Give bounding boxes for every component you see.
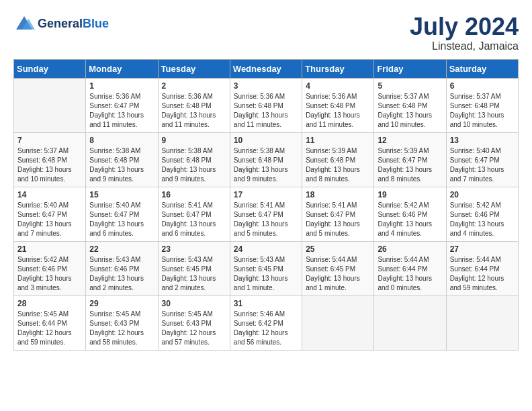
day-info: Sunrise: 5:44 AM Sunset: 6:44 PM Dayligh…	[378, 255, 442, 293]
calendar-cell: 12Sunrise: 5:39 AM Sunset: 6:47 PM Dayli…	[374, 132, 446, 187]
col-header-saturday: Saturday	[446, 59, 518, 78]
day-number: 13	[450, 136, 515, 145]
day-number: 4	[306, 81, 370, 91]
calendar-cell: 6Sunrise: 5:37 AM Sunset: 6:48 PM Daylig…	[446, 78, 518, 132]
day-info: Sunrise: 5:36 AM Sunset: 6:48 PM Dayligh…	[162, 92, 226, 130]
day-number: 6	[450, 81, 515, 91]
day-info: Sunrise: 5:41 AM Sunset: 6:47 PM Dayligh…	[306, 201, 370, 238]
day-info: Sunrise: 5:45 AM Sunset: 6:44 PM Dayligh…	[17, 310, 82, 347]
week-row-2: 7Sunrise: 5:37 AM Sunset: 6:48 PM Daylig…	[14, 132, 519, 187]
col-header-tuesday: Tuesday	[158, 59, 230, 78]
day-info: Sunrise: 5:43 AM Sunset: 6:45 PM Dayligh…	[162, 255, 226, 293]
week-row-4: 21Sunrise: 5:42 AM Sunset: 6:46 PM Dayli…	[14, 241, 519, 295]
location: Linstead, Jamaica	[410, 40, 519, 52]
calendar-cell: 14Sunrise: 5:40 AM Sunset: 6:47 PM Dayli…	[14, 187, 86, 241]
day-number: 11	[306, 136, 370, 145]
day-number: 14	[17, 190, 82, 199]
calendar-cell: 25Sunrise: 5:44 AM Sunset: 6:45 PM Dayli…	[302, 241, 374, 295]
calendar-cell	[14, 78, 86, 132]
day-number: 31	[234, 299, 298, 308]
col-header-sunday: Sunday	[14, 59, 86, 78]
calendar-cell: 17Sunrise: 5:41 AM Sunset: 6:47 PM Dayli…	[230, 187, 302, 241]
day-info: Sunrise: 5:39 AM Sunset: 6:47 PM Dayligh…	[378, 146, 442, 184]
day-number: 28	[17, 299, 82, 308]
calendar-cell: 3Sunrise: 5:36 AM Sunset: 6:48 PM Daylig…	[230, 78, 302, 132]
day-info: Sunrise: 5:36 AM Sunset: 6:48 PM Dayligh…	[234, 92, 298, 130]
calendar-table: SundayMondayTuesdayWednesdayThursdayFrid…	[13, 59, 519, 351]
day-info: Sunrise: 5:46 AM Sunset: 6:42 PM Dayligh…	[234, 310, 298, 347]
calendar-cell: 21Sunrise: 5:42 AM Sunset: 6:46 PM Dayli…	[14, 241, 86, 295]
calendar-cell: 26Sunrise: 5:44 AM Sunset: 6:44 PM Dayli…	[374, 241, 446, 295]
day-number: 25	[306, 244, 370, 254]
calendar-cell: 24Sunrise: 5:43 AM Sunset: 6:45 PM Dayli…	[230, 241, 302, 295]
week-row-5: 28Sunrise: 5:45 AM Sunset: 6:44 PM Dayli…	[14, 295, 519, 350]
day-info: Sunrise: 5:39 AM Sunset: 6:48 PM Dayligh…	[306, 146, 370, 184]
calendar-cell: 11Sunrise: 5:39 AM Sunset: 6:48 PM Dayli…	[302, 132, 374, 187]
day-number: 21	[17, 244, 82, 254]
day-info: Sunrise: 5:45 AM Sunset: 6:43 PM Dayligh…	[89, 310, 154, 347]
calendar-cell: 19Sunrise: 5:42 AM Sunset: 6:46 PM Dayli…	[374, 187, 446, 241]
calendar-cell: 23Sunrise: 5:43 AM Sunset: 6:45 PM Dayli…	[158, 241, 230, 295]
day-number: 17	[234, 190, 298, 199]
calendar-cell: 29Sunrise: 5:45 AM Sunset: 6:43 PM Dayli…	[86, 295, 158, 350]
day-info: Sunrise: 5:44 AM Sunset: 6:45 PM Dayligh…	[306, 255, 370, 293]
day-number: 18	[306, 190, 370, 199]
col-header-friday: Friday	[374, 59, 446, 78]
day-info: Sunrise: 5:45 AM Sunset: 6:43 PM Dayligh…	[162, 310, 226, 347]
page-header: GeneralBlue July 2024 Linstead, Jamaica	[13, 13, 519, 52]
day-number: 23	[162, 244, 226, 254]
col-header-wednesday: Wednesday	[230, 59, 302, 78]
day-number: 20	[450, 190, 515, 199]
logo-icon	[13, 13, 35, 35]
day-number: 9	[162, 136, 226, 145]
calendar-cell: 22Sunrise: 5:43 AM Sunset: 6:46 PM Dayli…	[86, 241, 158, 295]
calendar-cell	[374, 295, 446, 350]
calendar-cell: 28Sunrise: 5:45 AM Sunset: 6:44 PM Dayli…	[14, 295, 86, 350]
day-info: Sunrise: 5:38 AM Sunset: 6:48 PM Dayligh…	[89, 146, 154, 184]
day-number: 10	[234, 136, 298, 145]
day-number: 30	[162, 299, 226, 308]
logo-text-general: GeneralBlue	[38, 17, 109, 31]
calendar-cell: 27Sunrise: 5:44 AM Sunset: 6:44 PM Dayli…	[446, 241, 518, 295]
calendar-cell: 10Sunrise: 5:38 AM Sunset: 6:48 PM Dayli…	[230, 132, 302, 187]
title-block: July 2024 Linstead, Jamaica	[410, 13, 519, 52]
day-info: Sunrise: 5:41 AM Sunset: 6:47 PM Dayligh…	[234, 201, 298, 238]
logo: GeneralBlue	[13, 13, 109, 35]
week-row-1: 1Sunrise: 5:36 AM Sunset: 6:47 PM Daylig…	[14, 78, 519, 132]
day-info: Sunrise: 5:42 AM Sunset: 6:46 PM Dayligh…	[17, 255, 82, 293]
day-number: 22	[89, 244, 154, 254]
day-info: Sunrise: 5:38 AM Sunset: 6:48 PM Dayligh…	[234, 146, 298, 184]
calendar-cell: 5Sunrise: 5:37 AM Sunset: 6:48 PM Daylig…	[374, 78, 446, 132]
day-number: 2	[162, 81, 226, 91]
day-number: 12	[378, 136, 442, 145]
day-number: 19	[378, 190, 442, 199]
calendar-cell: 8Sunrise: 5:38 AM Sunset: 6:48 PM Daylig…	[86, 132, 158, 187]
calendar-cell: 4Sunrise: 5:36 AM Sunset: 6:48 PM Daylig…	[302, 78, 374, 132]
day-info: Sunrise: 5:41 AM Sunset: 6:47 PM Dayligh…	[162, 201, 226, 238]
day-info: Sunrise: 5:42 AM Sunset: 6:46 PM Dayligh…	[378, 201, 442, 238]
calendar-cell	[446, 295, 518, 350]
day-number: 5	[378, 81, 442, 91]
calendar-cell: 16Sunrise: 5:41 AM Sunset: 6:47 PM Dayli…	[158, 187, 230, 241]
day-info: Sunrise: 5:40 AM Sunset: 6:47 PM Dayligh…	[89, 201, 154, 238]
day-info: Sunrise: 5:36 AM Sunset: 6:48 PM Dayligh…	[306, 92, 370, 130]
day-info: Sunrise: 5:40 AM Sunset: 6:47 PM Dayligh…	[450, 146, 515, 184]
calendar-body: 1Sunrise: 5:36 AM Sunset: 6:47 PM Daylig…	[14, 78, 519, 350]
calendar-cell: 15Sunrise: 5:40 AM Sunset: 6:47 PM Dayli…	[86, 187, 158, 241]
calendar-cell: 30Sunrise: 5:45 AM Sunset: 6:43 PM Dayli…	[158, 295, 230, 350]
day-number: 27	[450, 244, 515, 254]
day-info: Sunrise: 5:40 AM Sunset: 6:47 PM Dayligh…	[17, 201, 82, 238]
calendar-cell: 18Sunrise: 5:41 AM Sunset: 6:47 PM Dayli…	[302, 187, 374, 241]
col-header-monday: Monday	[86, 59, 158, 78]
day-info: Sunrise: 5:37 AM Sunset: 6:48 PM Dayligh…	[378, 92, 442, 130]
calendar-cell: 7Sunrise: 5:37 AM Sunset: 6:48 PM Daylig…	[14, 132, 86, 187]
day-info: Sunrise: 5:43 AM Sunset: 6:45 PM Dayligh…	[234, 255, 298, 293]
calendar-cell: 1Sunrise: 5:36 AM Sunset: 6:47 PM Daylig…	[86, 78, 158, 132]
week-row-3: 14Sunrise: 5:40 AM Sunset: 6:47 PM Dayli…	[14, 187, 519, 241]
day-number: 7	[17, 136, 82, 145]
month-title: July 2024	[410, 13, 519, 40]
col-header-thursday: Thursday	[302, 59, 374, 78]
day-info: Sunrise: 5:44 AM Sunset: 6:44 PM Dayligh…	[450, 255, 515, 293]
day-info: Sunrise: 5:37 AM Sunset: 6:48 PM Dayligh…	[450, 92, 515, 130]
day-info: Sunrise: 5:37 AM Sunset: 6:48 PM Dayligh…	[17, 146, 82, 184]
